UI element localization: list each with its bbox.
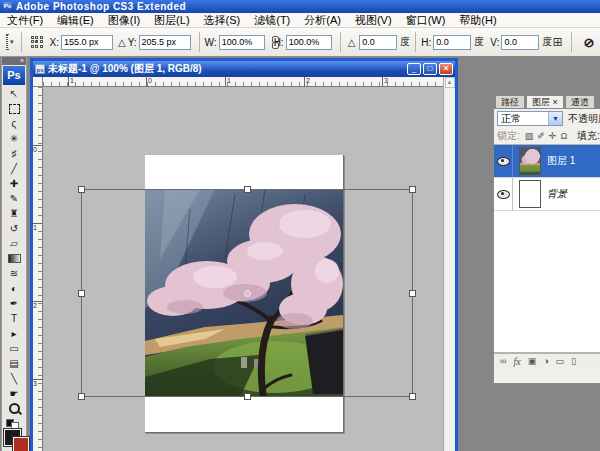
menu-file[interactable]: 文件(F) (0, 13, 50, 28)
layer-mask-icon[interactable]: ▣ (528, 355, 537, 368)
eyedropper-tool[interactable]: ╲ (2, 371, 26, 386)
clone-stamp-tool[interactable]: ♜ (2, 206, 26, 221)
gradient-icon (8, 254, 21, 263)
blur-tool[interactable]: ≋ (2, 266, 26, 281)
tool-preset-icon[interactable] (6, 34, 8, 50)
transform-handle-bottom-right[interactable] (409, 393, 416, 400)
layer-row-background[interactable]: 背景 (494, 178, 600, 211)
close-button[interactable]: ✕ (439, 63, 453, 75)
zoom-tool[interactable] (2, 401, 26, 416)
adjustment-layer-icon[interactable]: ◑ (543, 355, 548, 368)
separator (340, 32, 341, 52)
healing-brush-tool[interactable]: ✚ (2, 176, 26, 191)
x-label: X: (50, 37, 59, 48)
magic-wand-tool[interactable]: ✳ (2, 131, 26, 146)
visibility-eye-icon[interactable] (497, 190, 510, 199)
layer-style-fx-icon[interactable]: fx (513, 355, 520, 368)
shape-tool[interactable]: ▭ (2, 341, 26, 356)
visibility-eye-icon[interactable] (497, 157, 510, 166)
default-colors-icon[interactable] (2, 418, 26, 428)
rotate-unit: 度 (400, 35, 410, 49)
transform-bounding-box[interactable] (81, 189, 413, 397)
menu-edit[interactable]: 编辑(E) (50, 13, 101, 28)
rotate-input[interactable] (359, 35, 397, 50)
dodge-tool[interactable]: ◐ (2, 281, 26, 296)
ruler-number: 3 (382, 77, 388, 87)
menu-window[interactable]: 窗口(W) (399, 13, 453, 28)
layer-thumbnail[interactable] (519, 180, 541, 208)
layer-name[interactable]: 图层 1 (547, 154, 575, 168)
transform-handle-bottom-left[interactable] (78, 393, 85, 400)
menu-analysis[interactable]: 分析(A) (297, 13, 348, 28)
ruler-number: 1 (225, 77, 231, 87)
gradient-tool[interactable] (2, 251, 26, 266)
chevron-down-icon[interactable]: ▼ (548, 112, 562, 125)
blend-mode-select[interactable]: 正常 ▼ (497, 111, 563, 126)
layers-panel-body: 正常 ▼ 不透明度: 1 锁定: ▨ ✐ ✛ Ω 填充: 1 图层 1 背景 (493, 108, 600, 384)
eraser-tool[interactable]: ▱ (2, 236, 26, 251)
y-input[interactable] (139, 35, 191, 50)
transform-center-point[interactable] (244, 290, 251, 297)
scroll-up-arrow-icon[interactable]: ▲ (445, 77, 455, 88)
app-titlebar: Ps Adobe Photoshop CS3 Extended (0, 0, 600, 13)
v-skew-input[interactable] (501, 35, 539, 50)
layer-thumbnail[interactable] (519, 147, 541, 175)
lock-position-icon[interactable]: ✛ (549, 131, 557, 141)
layer-row-layer1[interactable]: 图层 1 (494, 145, 600, 178)
menu-filter[interactable]: 滤镜(T) (247, 13, 297, 28)
tab-paths[interactable]: 路径 (495, 95, 525, 108)
cancel-transform-button[interactable]: ⊘ (583, 35, 594, 50)
transform-handle-middle-right[interactable] (409, 290, 416, 297)
height-input[interactable] (286, 35, 332, 50)
transform-handle-middle-left[interactable] (78, 290, 85, 297)
lock-transparency-icon[interactable]: ▨ (525, 131, 534, 141)
menu-help[interactable]: 帮助(H) (452, 13, 503, 28)
tab-layers[interactable]: 图层 × (526, 95, 564, 108)
slice-tool[interactable]: ╱ (2, 161, 26, 176)
notes-tool[interactable]: ▤ (2, 356, 26, 371)
relative-position-icon[interactable]: △ (118, 37, 126, 48)
lock-pixels-icon[interactable]: ✐ (537, 131, 545, 141)
separator (571, 32, 572, 52)
new-layer-icon[interactable]: ▯ (571, 355, 576, 368)
ruler-number: 2 (33, 301, 43, 309)
lasso-tool[interactable]: ς (2, 116, 26, 131)
layers-panel: 路径 图层 × 通道 正常 ▼ 不透明度: 1 锁定: ▨ ✐ ✛ Ω 填充: … (493, 95, 600, 384)
tab-channels[interactable]: 通道 (565, 95, 595, 108)
transform-handle-top-left[interactable] (78, 186, 85, 193)
menu-select[interactable]: 选择(S) (197, 13, 248, 28)
menu-view[interactable]: 视图(V) (348, 13, 399, 28)
brush-tool[interactable]: ✎ (2, 191, 26, 206)
link-layers-icon[interactable]: ∞ (500, 355, 506, 368)
minimize-button[interactable]: _ (407, 63, 421, 75)
move-tool[interactable]: ↖ (2, 86, 26, 101)
rectangular-marquee-tool[interactable] (2, 101, 26, 116)
transform-handle-top-right[interactable] (409, 186, 416, 193)
crop-tool[interactable]: ♯ (2, 146, 26, 161)
reference-point-locator[interactable] (31, 36, 44, 49)
menu-image[interactable]: 图像(I) (101, 13, 147, 28)
vertical-scrollbar[interactable]: ▲ (443, 77, 455, 451)
tool-preset-arrow-icon[interactable]: ▾ (10, 38, 14, 46)
background-color-swatch[interactable] (13, 437, 29, 451)
width-input[interactable] (219, 35, 265, 50)
h-skew-input[interactable] (433, 35, 471, 50)
warp-mode-icon[interactable]: ⊞ (552, 35, 562, 49)
new-group-icon[interactable]: ▭ (556, 355, 565, 368)
path-selection-tool[interactable]: ▸ (2, 326, 26, 341)
history-brush-tool[interactable]: ↺ (2, 221, 26, 236)
layer-name[interactable]: 背景 (547, 187, 567, 201)
toolbox-collapse-chevrons[interactable]: » (2, 57, 26, 65)
type-tool[interactable]: T (2, 311, 26, 326)
document-body: 1 0 1 2 3 0 1 2 3 ▲ (33, 77, 455, 451)
transform-handle-bottom-middle[interactable] (244, 393, 251, 400)
menu-layer[interactable]: 图层(L) (147, 13, 196, 28)
layers-panel-bottom-bar: ∞ fx ▣ ◑ ▭ ▯ (494, 353, 600, 369)
hand-tool[interactable]: ☛ (2, 386, 26, 401)
pen-tool[interactable]: ✒ (2, 296, 26, 311)
document-titlebar[interactable]: ps 未标题-1 @ 100% (图层 1, RGB/8) _ □ ✕ (33, 61, 455, 77)
lock-all-icon[interactable]: Ω (560, 131, 567, 141)
x-input[interactable] (61, 35, 113, 50)
maximize-button[interactable]: □ (423, 63, 437, 75)
transform-handle-top-middle[interactable] (244, 186, 251, 193)
